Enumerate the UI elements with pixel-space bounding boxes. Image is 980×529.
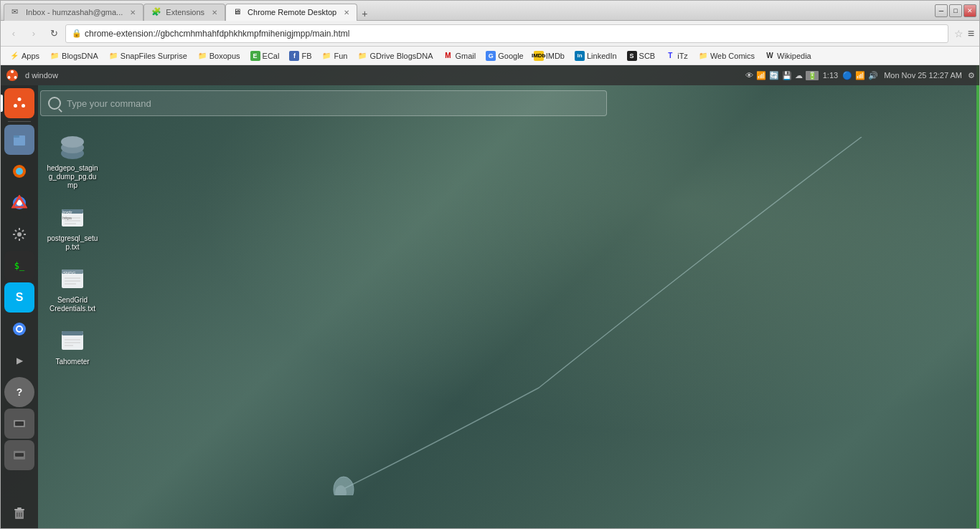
sidebar-app-expand[interactable]: ▶ [4, 345, 34, 376]
sidebar-app-scanner2[interactable] [4, 440, 34, 470]
back-button[interactable]: ‹ [5, 25, 22, 42]
desktop-icon-sendgrid-label: SendGrid Credentials.txt [47, 296, 98, 313]
browser-window: ✉ Inbox - humzashah@gma... ✕ 🧩 Extension… [0, 0, 980, 529]
tab-inbox-close[interactable]: ✕ [130, 9, 136, 16]
bookmark-snapfiles[interactable]: 📁 SnapFiles Surprise [104, 49, 192, 63]
chrome-menu-button[interactable]: ≡ [968, 27, 975, 40]
tab-crd-close[interactable]: ✕ [344, 9, 349, 16]
sidebar-app-files[interactable] [4, 125, 34, 155]
tab-extensions-favicon: 🧩 [151, 7, 161, 17]
bookmark-fun[interactable]: 📁 Fun [317, 49, 352, 63]
desktop-icon-hedgepo-label: hedgepo_staging_dump_pg.dump [47, 164, 98, 190]
desktop-icon-sendgrid[interactable]: SNDG SendGrid Credentials.txt [44, 262, 101, 316]
tab-extensions-close[interactable]: ✕ [212, 9, 217, 16]
forward-button[interactable]: › [25, 25, 42, 42]
sidebar-app-settings[interactable] [4, 219, 34, 249]
taskbar-icon-bluetooth: 🔵 [842, 71, 852, 80]
taskbar-icon-eye: 👁 [745, 71, 753, 80]
bookmarks-bar: ⚡ Apps 📁 BlogsDNA 📁 SnapFiles Surprise 📁… [1, 47, 979, 65]
bookmark-apps[interactable]: ⚡ Apps [5, 49, 44, 63]
bookmark-itz-icon: T [665, 51, 675, 61]
svg-point-5 [14, 76, 17, 79]
taskbar-icon-wifi: 📶 [855, 71, 865, 80]
address-bar[interactable]: 🔒 chrome-extension://gbchcmhmhahfdphkhkm… [65, 24, 948, 43]
bookmark-fb[interactable]: f FB [285, 49, 316, 63]
svg-rect-21 [15, 421, 24, 426]
svg-point-19 [17, 327, 22, 331]
bookmark-fun-icon: 📁 [321, 51, 331, 61]
desktop-icon-postgresql-label: postgresql_setup.txt [47, 234, 98, 252]
sidebar-app-ubuntu[interactable] [4, 88, 34, 118]
minimize-button[interactable]: ─ [935, 4, 948, 17]
bookmark-scb-label: SCB [639, 52, 656, 60]
bookmark-scb-icon: S [627, 51, 637, 61]
desktop-icons-area: hedgepo_staging_dump_pg.dump Instr https [44, 130, 101, 369]
tab-inbox-label: Inbox - humzashah@gma... [26, 8, 123, 16]
bookmark-webcomics-icon: 📁 [698, 51, 708, 61]
tab-extensions-label: Extensions [166, 8, 204, 16]
svg-text:https: https [62, 216, 72, 220]
taskbar-icon-volume: 🔊 [868, 71, 878, 80]
bookmark-blogsdna[interactable]: 📁 BlogsDNA [45, 49, 103, 63]
svg-point-16 [17, 232, 22, 237]
bookmark-blogsdna-icon: 📁 [50, 51, 60, 61]
window-controls: ─ □ ✕ [935, 4, 976, 17]
tab-extensions[interactable]: 🧩 Extensions ✕ [143, 4, 225, 21]
bookmark-star-button[interactable]: ☆ [954, 28, 963, 39]
bookmark-boxopus[interactable]: 📁 Boxopus [193, 49, 245, 63]
svg-point-9 [22, 104, 25, 108]
water-drop-image [288, 137, 933, 495]
sidebar-app-firefox[interactable] [4, 156, 34, 186]
desktop-icon-tahometer[interactable]: Tahometer [44, 323, 101, 369]
bookmark-linkedin-icon: in [575, 51, 585, 61]
bookmark-gdrive-label: GDrive BlogsDNA [369, 52, 433, 60]
bookmark-google[interactable]: G Google [481, 49, 527, 63]
sidebar-app-help[interactable]: ? [4, 377, 34, 407]
bookmark-gmail-icon: M [443, 51, 453, 61]
bookmark-gmail-label: Gmail [455, 52, 476, 60]
bookmark-snapfiles-icon: 📁 [108, 51, 118, 61]
sidebar-app-trash[interactable] [4, 498, 34, 528]
bookmark-webcomics[interactable]: 📁 Web Comics [694, 49, 759, 63]
sidebar-app-scanner1[interactable] [4, 409, 34, 439]
bookmark-fb-label: FB [301, 52, 311, 60]
desktop-icon-hedgepo-image [58, 133, 87, 161]
desktop-icon-hedgepo[interactable]: hedgepo_staging_dump_pg.dump [44, 130, 101, 193]
maximize-button[interactable]: □ [949, 4, 962, 17]
bookmark-linkedin[interactable]: in LinkedIn [570, 49, 621, 63]
bookmark-scb[interactable]: S SCB [623, 49, 660, 63]
new-tab-button[interactable]: + [357, 6, 372, 21]
tab-inbox[interactable]: ✉ Inbox - humzashah@gma... ✕ [4, 4, 143, 21]
search-input-box[interactable]: Type your command [40, 90, 607, 116]
svg-point-4 [8, 76, 11, 79]
tab-crd[interactable]: 🖥 Chrome Remote Desktop ✕ [225, 4, 357, 21]
bookmark-gmail[interactable]: M Gmail [438, 49, 480, 63]
desktop-icon-postgresql[interactable]: Instr https postgresql_setup.txt [44, 200, 101, 254]
bookmark-ecal[interactable]: E ECal [246, 49, 284, 63]
svg-text:SNDG: SNDG [63, 271, 76, 275]
sidebar-app-terminal[interactable]: $_ [4, 251, 34, 281]
bookmark-boxopus-label: Boxopus [209, 52, 240, 60]
bookmark-wikipedia-label: Wikipedia [777, 52, 811, 60]
refresh-button[interactable]: ↻ [45, 25, 62, 42]
svg-rect-11 [14, 135, 19, 138]
bookmark-gdrive[interactable]: 📁 GDrive BlogsDNA [353, 49, 437, 63]
nav-bar: ‹ › ↻ 🔒 chrome-extension://gbchcmhmhahfd… [1, 21, 979, 47]
search-icon [48, 97, 61, 110]
bookmark-imdb[interactable]: IMDb IMDb [529, 49, 569, 63]
bookmark-snapfiles-label: SnapFiles Surprise [121, 52, 187, 60]
bookmark-itz[interactable]: T iTz [661, 49, 692, 63]
sidebar-app-chrome[interactable] [4, 314, 34, 344]
bookmark-google-icon: G [486, 51, 496, 61]
bookmark-wikipedia[interactable]: W Wikipedia [760, 49, 816, 63]
bookmark-linkedin-label: LinkedIn [587, 52, 617, 60]
bookmark-gdrive-icon: 📁 [357, 51, 367, 61]
svg-point-32 [61, 136, 84, 148]
remote-desktop[interactable]: d window 👁 📶 🔄 💾 ☁ 🔋 1:13 🔵 📶 🔊 Mon Nov … [1, 65, 979, 528]
sidebar-app-chromium[interactable] [4, 188, 34, 218]
close-button[interactable]: ✕ [963, 4, 976, 17]
bookmark-imdb-icon: IMDb [534, 51, 544, 61]
bookmark-webcomics-label: Web Comics [710, 52, 755, 60]
tab-crd-label: Chrome Remote Desktop [248, 8, 336, 16]
sidebar-app-skype[interactable]: S [4, 282, 34, 313]
